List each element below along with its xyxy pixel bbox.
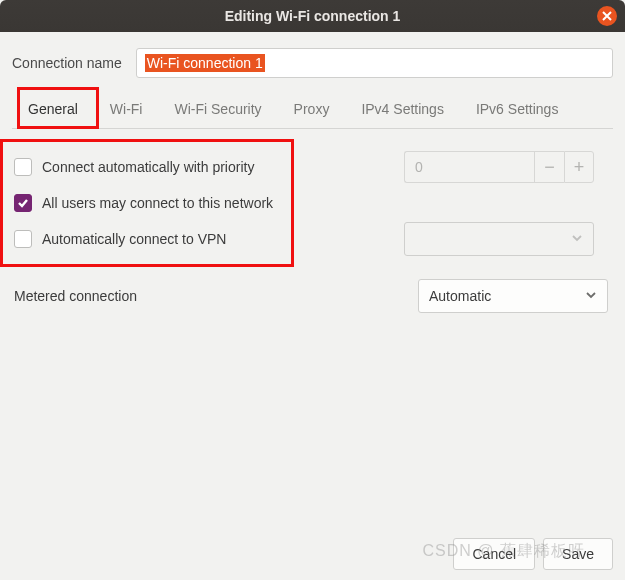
titlebar: Editing Wi-Fi connection 1 bbox=[0, 0, 625, 32]
metered-select-value: Automatic bbox=[429, 288, 491, 304]
tab-general[interactable]: General bbox=[12, 92, 94, 128]
connection-name-value: Wi-Fi connection 1 bbox=[145, 54, 265, 72]
close-button[interactable] bbox=[597, 6, 617, 26]
checkbox-all-users[interactable] bbox=[14, 194, 32, 212]
tabs: General Wi-Fi Wi-Fi Security Proxy IPv4 … bbox=[12, 92, 613, 129]
row-auto-vpn: Automatically connect to VPN bbox=[14, 221, 611, 257]
row-metered: Metered connection Automatic bbox=[0, 279, 625, 313]
label-all-users: All users may connect to this network bbox=[42, 195, 273, 211]
row-auto-priority: Connect automatically with priority 0 − … bbox=[14, 149, 611, 185]
priority-increment[interactable]: + bbox=[564, 151, 594, 183]
tab-wifi-security[interactable]: Wi-Fi Security bbox=[158, 92, 277, 128]
tab-ipv6[interactable]: IPv6 Settings bbox=[460, 92, 575, 128]
close-icon bbox=[602, 11, 612, 21]
tabs-container: General Wi-Fi Wi-Fi Security Proxy IPv4 … bbox=[12, 92, 613, 129]
general-panel: Connect automatically with priority 0 − … bbox=[0, 129, 625, 267]
tab-ipv4[interactable]: IPv4 Settings bbox=[345, 92, 460, 128]
tab-wifi[interactable]: Wi-Fi bbox=[94, 92, 159, 128]
priority-decrement[interactable]: − bbox=[534, 151, 564, 183]
checkbox-auto-vpn[interactable] bbox=[14, 230, 32, 248]
metered-select[interactable]: Automatic bbox=[418, 279, 608, 313]
connection-name-input[interactable]: Wi-Fi connection 1 bbox=[136, 48, 613, 78]
checkbox-auto-priority[interactable] bbox=[14, 158, 32, 176]
chevron-down-icon bbox=[571, 231, 583, 247]
vpn-select[interactable] bbox=[404, 222, 594, 256]
window-title: Editing Wi-Fi connection 1 bbox=[225, 8, 401, 24]
check-icon bbox=[17, 197, 29, 209]
cancel-button[interactable]: Cancel bbox=[453, 538, 535, 570]
connection-name-label: Connection name bbox=[12, 55, 122, 71]
label-auto-priority: Connect automatically with priority bbox=[42, 159, 254, 175]
chevron-down-icon bbox=[585, 288, 597, 304]
row-all-users: All users may connect to this network bbox=[14, 185, 611, 221]
priority-spinner: 0 − + bbox=[404, 151, 594, 183]
priority-input[interactable]: 0 bbox=[404, 151, 534, 183]
save-button[interactable]: Save bbox=[543, 538, 613, 570]
tab-proxy[interactable]: Proxy bbox=[278, 92, 346, 128]
connection-name-row: Connection name Wi-Fi connection 1 bbox=[0, 32, 625, 88]
dialog-footer: Cancel Save bbox=[453, 538, 613, 570]
label-metered: Metered connection bbox=[14, 288, 418, 304]
label-auto-vpn: Automatically connect to VPN bbox=[42, 231, 226, 247]
